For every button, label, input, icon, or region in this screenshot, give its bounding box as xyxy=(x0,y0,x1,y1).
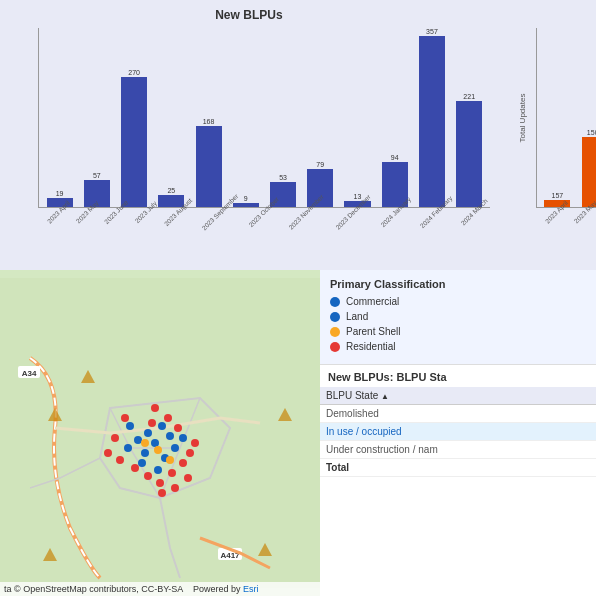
bar-group: 94 xyxy=(376,28,413,207)
bar-group: 270 xyxy=(115,28,152,207)
svg-point-39 xyxy=(166,456,174,464)
bar-group: 19 xyxy=(41,28,78,207)
legend-item: Commercial xyxy=(330,296,586,307)
svg-point-25 xyxy=(131,464,139,472)
legend-title: Primary Classification xyxy=(330,278,586,290)
new-blpus-bar-chart: 195727025168953791394357221 xyxy=(38,28,490,208)
blpu-table: BLPU State ▲ DemolishedIn use / occupied… xyxy=(320,387,596,477)
total-updates-x-axis: 2023 April2023 May2023 June2023 July2023… xyxy=(536,208,596,248)
legend-label: Commercial xyxy=(346,296,399,307)
esri-link[interactable]: Esri xyxy=(243,584,259,594)
svg-point-24 xyxy=(144,472,152,480)
bar-group: 57 xyxy=(78,28,115,207)
bar-value-label: 79 xyxy=(316,161,324,168)
legend-label: Parent Shell xyxy=(346,326,400,337)
col-blpu-state-label: BLPU State xyxy=(326,390,378,401)
bar-value-label: 9 xyxy=(244,195,248,202)
powered-by-text: Powered by xyxy=(193,584,241,594)
map-area[interactable]: A34 A417 xyxy=(0,270,320,596)
top-charts-section: New BLPUs 195727025168953791394357221 20… xyxy=(0,0,596,270)
table-panel: New BLPUs: BLPU Sta BLPU State ▲ Demolis… xyxy=(320,365,596,596)
bar-group: 157 xyxy=(539,28,576,207)
blpu-state-cell: Under construction / nam xyxy=(320,441,596,459)
total-updates-bar-chart: 1571507166785036797066406741219512431218… xyxy=(536,28,596,208)
svg-point-32 xyxy=(158,489,166,497)
legend-dot xyxy=(330,297,340,307)
bar-group: 25 xyxy=(153,28,190,207)
svg-point-16 xyxy=(154,466,162,474)
legend-dot xyxy=(330,327,340,337)
svg-point-30 xyxy=(121,414,129,422)
svg-point-29 xyxy=(111,434,119,442)
map-svg: A34 A417 xyxy=(0,270,320,596)
blpu-state-cell: Total xyxy=(320,459,596,477)
new-blpus-x-axis: 2023 April2023 May2023 June2023 July2023… xyxy=(38,208,490,248)
bar-group: 9 xyxy=(227,28,264,207)
total-updates-title: Total Updates xyxy=(506,8,596,22)
svg-point-31 xyxy=(171,484,179,492)
bar-value-label: 270 xyxy=(128,69,140,76)
col-blpu-state[interactable]: BLPU State ▲ xyxy=(320,387,596,405)
bar-group: 357 xyxy=(413,28,450,207)
svg-point-35 xyxy=(104,449,112,457)
svg-point-15 xyxy=(138,459,146,467)
legend-label: Land xyxy=(346,311,368,322)
svg-point-37 xyxy=(154,446,162,454)
bar-value-label: 168 xyxy=(203,118,215,125)
bar-value-label: 19 xyxy=(56,190,64,197)
svg-point-8 xyxy=(151,439,159,447)
svg-point-23 xyxy=(168,469,176,477)
right-panel: Primary Classification CommercialLandPar… xyxy=(320,270,596,596)
table-row: Total xyxy=(320,459,596,477)
legend-item: Residential xyxy=(330,341,586,352)
legend-dot xyxy=(330,342,340,352)
bar xyxy=(419,36,445,207)
svg-point-28 xyxy=(116,456,124,464)
bar-value-label: 53 xyxy=(279,174,287,181)
bar-value-label: 1507 xyxy=(587,129,596,136)
blpu-state-cell: In use / occupied xyxy=(320,423,596,441)
legend-dot xyxy=(330,312,340,322)
map-footer: ta © OpenStreetMap contributors, CC-BY-S… xyxy=(0,582,320,596)
svg-point-9 xyxy=(134,436,142,444)
bar-group: 79 xyxy=(302,28,339,207)
svg-point-21 xyxy=(174,424,182,432)
new-blpus-chart-wrapper: 195727025168953791394357221 2023 April20… xyxy=(8,28,490,248)
bar-value-label: 221 xyxy=(463,93,475,100)
svg-point-34 xyxy=(191,439,199,447)
svg-point-13 xyxy=(126,422,134,430)
bar-value-label: 25 xyxy=(167,187,175,194)
bar xyxy=(456,101,482,207)
svg-point-27 xyxy=(179,459,187,467)
legend-items: CommercialLandParent ShellResidential xyxy=(330,296,586,352)
bar xyxy=(582,137,596,207)
bar-group: 168 xyxy=(190,28,227,207)
svg-rect-1 xyxy=(0,278,320,588)
new-blpus-title: New BLPUs xyxy=(8,8,490,22)
bar xyxy=(196,126,222,207)
svg-point-11 xyxy=(141,449,149,457)
svg-point-7 xyxy=(158,422,166,430)
y-axis-title: Total Updates xyxy=(518,94,527,143)
legend-panel: Primary Classification CommercialLandPar… xyxy=(320,270,596,365)
svg-point-20 xyxy=(164,414,172,422)
svg-point-33 xyxy=(151,404,159,412)
bar-value-label: 57 xyxy=(93,172,101,179)
table-row: In use / occupied xyxy=(320,423,596,441)
bar-group: 13 xyxy=(339,28,376,207)
svg-point-17 xyxy=(124,444,132,452)
bar-group: 221 xyxy=(451,28,488,207)
total-updates-panel: Total Updates Total Updates 157150716678… xyxy=(498,0,596,270)
svg-point-22 xyxy=(156,479,164,487)
table-row: Under construction / nam xyxy=(320,441,596,459)
svg-text:A34: A34 xyxy=(22,369,37,378)
total-updates-chart-wrapper: Total Updates 15715071667850367970664067… xyxy=(506,28,596,248)
bar-value-label: 94 xyxy=(391,154,399,161)
table-title: New BLPUs: BLPU Sta xyxy=(320,365,596,387)
svg-point-10 xyxy=(166,432,174,440)
legend-item: Land xyxy=(330,311,586,322)
bar-group: 53 xyxy=(264,28,301,207)
legend-label: Residential xyxy=(346,341,395,352)
blpu-table-body: DemolishedIn use / occupiedUnder constru… xyxy=(320,405,596,477)
legend-item: Parent Shell xyxy=(330,326,586,337)
